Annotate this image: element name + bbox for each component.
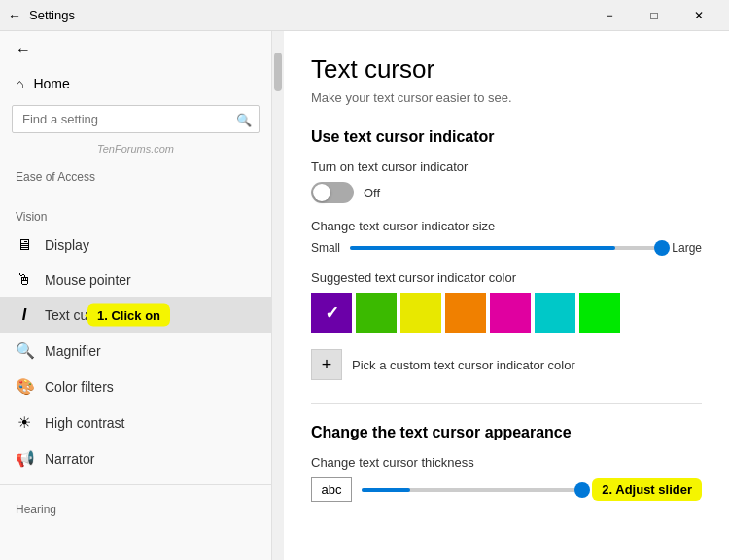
- main-layout: ← ⌂ Home 🔍 TenForums.com Ease of Access …: [0, 31, 729, 560]
- sidebar-divider-1: [0, 192, 271, 192]
- slider-label: Change text cursor indicator size: [311, 219, 702, 233]
- toggle-row: Off: [311, 182, 702, 203]
- sidebar-item-high-contrast[interactable]: ☀ High contrast: [0, 404, 271, 440]
- display-label: Display: [45, 237, 89, 253]
- titlebar: ← Settings − □ ✕: [0, 0, 729, 31]
- color-swatch-5[interactable]: [535, 293, 575, 333]
- text-cursor-icon: I: [16, 306, 33, 324]
- scrollbar-track[interactable]: [272, 31, 284, 560]
- maximize-button[interactable]: □: [632, 0, 677, 31]
- color-swatch-4[interactable]: [490, 293, 531, 333]
- sidebar-item-magnifier[interactable]: 🔍 Magnifier: [0, 332, 271, 368]
- color-filters-icon: 🎨: [16, 377, 33, 396]
- titlebar-left: ← Settings: [8, 8, 75, 23]
- thickness-slider-fill: [362, 488, 410, 492]
- search-input[interactable]: [12, 105, 260, 133]
- slider-small-label: Small: [311, 241, 340, 255]
- mouse-pointer-label: Mouse pointer: [45, 272, 131, 288]
- custom-color-row: + Pick a custom text cursor indicator co…: [311, 349, 702, 380]
- size-slider-row: Small Large: [311, 241, 702, 255]
- adjust-slider-callout: 2. Adjust slider: [592, 478, 702, 501]
- back-arrow-icon: ←: [16, 41, 31, 58]
- color-swatch-6[interactable]: [579, 293, 620, 333]
- vision-label: Vision: [0, 196, 271, 228]
- sidebar-item-mouse-pointer[interactable]: 🖱 Mouse pointer: [0, 262, 271, 298]
- back-icon[interactable]: ←: [8, 8, 21, 23]
- size-slider-fill: [350, 246, 615, 250]
- magnifier-icon: 🔍: [16, 341, 33, 360]
- sidebar-home-item[interactable]: ⌂ Home: [0, 68, 271, 99]
- section2-title: Change the text cursor appearance: [311, 424, 702, 441]
- thickness-slider-row: abc: [311, 477, 582, 502]
- color-swatch-2[interactable]: [400, 293, 441, 333]
- home-icon: ⌂: [16, 76, 23, 91]
- narrator-label: Narrator: [45, 451, 94, 467]
- color-swatch-3[interactable]: [445, 293, 486, 333]
- titlebar-controls: − □ ✕: [587, 0, 721, 31]
- minimize-button[interactable]: −: [587, 0, 632, 31]
- toggle-state-text: Off: [364, 186, 380, 200]
- thickness-label: Change text cursor thickness: [311, 455, 702, 470]
- toggle-label: Turn on text cursor indicator: [311, 159, 702, 174]
- home-label: Home: [33, 76, 69, 91]
- color-swatch-0[interactable]: [311, 293, 352, 333]
- search-icon: 🔍: [236, 112, 252, 126]
- cursor-indicator-toggle[interactable]: [311, 182, 354, 203]
- sidebar-item-narrator[interactable]: 📢 Narrator: [0, 440, 271, 476]
- display-icon: 🖥: [16, 236, 33, 254]
- section1-title: Use text cursor indicator: [311, 128, 702, 146]
- sidebar-item-text-cursor[interactable]: I Text cursor 1. Click on: [0, 298, 271, 332]
- mouse-pointer-icon: 🖱: [16, 271, 33, 289]
- color-filters-label: Color filters: [45, 379, 114, 395]
- scrollbar-thumb[interactable]: [274, 52, 282, 91]
- abc-preview: abc: [311, 477, 352, 502]
- content-area: Text cursor Make your text cursor easier…: [284, 31, 729, 560]
- custom-color-label: Pick a custom text cursor indicator colo…: [352, 358, 575, 372]
- color-label: Suggested text cursor indicator color: [311, 270, 702, 285]
- titlebar-title: Settings: [29, 8, 75, 22]
- page-title: Text cursor: [311, 54, 702, 85]
- section-divider: [311, 403, 702, 404]
- narrator-icon: 📢: [16, 449, 33, 468]
- watermark: TenForums.com: [0, 139, 271, 160]
- slider-large-label: Large: [672, 241, 702, 255]
- sidebar-back-button[interactable]: ←: [0, 31, 271, 68]
- high-contrast-label: High contrast: [45, 415, 124, 431]
- sidebar-item-color-filters[interactable]: 🎨 Color filters: [0, 368, 271, 404]
- sidebar: ← ⌂ Home 🔍 TenForums.com Ease of Access …: [0, 31, 272, 560]
- thickness-slider-track[interactable]: [362, 488, 582, 492]
- color-swatches-row: [311, 293, 702, 333]
- size-slider-track[interactable]: [350, 246, 662, 250]
- sidebar-divider-2: [0, 484, 271, 485]
- thickness-slider-thumb[interactable]: [574, 482, 590, 498]
- color-swatch-1[interactable]: [356, 293, 397, 333]
- click-on-callout: 1. Click on: [87, 304, 170, 327]
- high-contrast-icon: ☀: [16, 413, 33, 432]
- add-custom-color-button[interactable]: +: [311, 349, 342, 380]
- magnifier-label: Magnifier: [45, 343, 101, 359]
- close-button[interactable]: ✕: [677, 0, 721, 31]
- sidebar-item-display[interactable]: 🖥 Display: [0, 228, 271, 262]
- page-subtitle: Make your text cursor easier to see.: [311, 90, 702, 105]
- hearing-label: Hearing: [0, 489, 271, 520]
- ease-of-access-label: Ease of Access: [0, 160, 271, 188]
- toggle-knob: [313, 184, 330, 201]
- sidebar-search-box: 🔍: [12, 105, 260, 133]
- size-slider-thumb[interactable]: [654, 240, 670, 256]
- thickness-slider-wrap: abc 2. Adjust slider: [311, 477, 702, 502]
